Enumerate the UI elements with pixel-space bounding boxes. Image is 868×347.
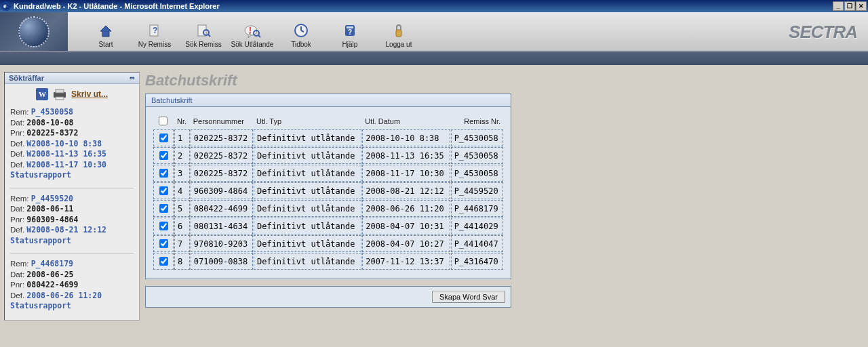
cell-remiss: P_4530058 (451, 147, 503, 164)
create-word-button[interactable]: Skapa Word Svar (432, 291, 505, 303)
toolbar-label: Logga ut (374, 41, 423, 48)
row-checkbox[interactable] (159, 169, 168, 178)
sidebar-toggle-icon[interactable]: ⇔ (130, 75, 135, 81)
cell-datum: 2008-11-17 10:30 (362, 165, 450, 182)
start-icon (81, 22, 130, 39)
def-link[interactable]: 2008-06-26 11:20 (26, 291, 102, 300)
new-referral-button[interactable]: ?Ny Remiss (130, 22, 179, 48)
col-pnr: Personnummer (191, 113, 253, 129)
sidebar: Sökträffar ⇔ W Skriv ut... Rem: P_453005… (4, 72, 140, 321)
svg-text:!: ! (249, 26, 252, 35)
table-row: 8071009-0838Definitivt utlåtande2007-11-… (153, 253, 503, 270)
toolbar-label: Sök Remiss (179, 41, 228, 48)
cell-nr: 6 (174, 218, 190, 234)
printer-icon (52, 88, 67, 100)
svg-line-8 (258, 35, 260, 37)
cell-pnr: 970810-9203 (191, 235, 253, 252)
logout-icon (374, 22, 423, 39)
def-link[interactable]: W2008-08-21 12:12 (26, 225, 106, 234)
def-link[interactable]: W2008-10-10 8:38 (26, 139, 102, 148)
def-link[interactable]: W2008-11-17 10:30 (26, 160, 106, 169)
status-report-link[interactable]: Statusrapport (10, 170, 71, 180)
logout-button[interactable]: Logga ut (374, 22, 423, 48)
restore-button[interactable]: ❐ (844, 1, 855, 11)
globe-logo-icon (18, 16, 50, 47)
table-row: 7970810-9203Definitivt utlåtande2008-04-… (153, 235, 503, 252)
cell-typ: Definitivt utlåtande (254, 200, 361, 217)
row-checkbox[interactable] (159, 257, 168, 266)
toolbar-label: Start (81, 41, 130, 48)
status-report-link[interactable]: Statusrapport (10, 236, 71, 245)
word-icon: W (36, 88, 48, 100)
cell-remiss: P_4530058 (451, 129, 503, 146)
cell-nr: 4 (174, 182, 190, 199)
cell-datum: 2008-04-07 10:31 (362, 218, 450, 234)
table-row: 6080131-4634Definitivt utlåtande2008-04-… (153, 218, 503, 234)
cell-nr: 8 (174, 253, 190, 270)
cell-typ: Definitivt utlåtande (254, 235, 361, 252)
sidebar-title: Sökträffar (9, 74, 44, 82)
cell-typ: Definitivt utlåtande (254, 182, 361, 199)
search-report-button[interactable]: !Sök Utlåtande (228, 22, 277, 48)
start-button[interactable]: Start (81, 22, 130, 48)
cell-pnr: 020225-8372 (191, 165, 253, 182)
cell-pnr: 020225-8372 (191, 129, 253, 146)
select-all-checkbox[interactable] (159, 117, 167, 125)
search-referral-button[interactable]: Sök Remiss (179, 22, 228, 48)
svg-text:W: W (39, 90, 46, 98)
toolbar-label: Tidbok (277, 41, 326, 48)
cell-nr: 7 (174, 235, 190, 252)
row-checkbox[interactable] (159, 186, 168, 195)
window-controls: _ ❐ ✕ (833, 1, 867, 11)
col-nr: Nr. (174, 113, 190, 129)
row-checkbox[interactable] (159, 134, 168, 142)
remiss-link[interactable]: P_4459520 (31, 194, 73, 203)
toolbar-label: Sök Utlåtande (228, 41, 277, 48)
svg-rect-20 (56, 97, 64, 100)
cell-nr: 5 (174, 200, 190, 217)
search-report-icon: ! (228, 22, 277, 39)
row-checkbox[interactable] (159, 239, 168, 248)
date-value: 2008-10-08 (26, 118, 73, 127)
minimize-button[interactable]: _ (833, 1, 844, 11)
cell-pnr: 071009-0838 (191, 253, 253, 270)
row-checkbox[interactable] (159, 222, 168, 230)
close-button[interactable]: ✕ (856, 1, 867, 11)
print-button[interactable]: W Skriv ut... (10, 88, 134, 100)
col-remiss: Remiss Nr. (451, 113, 503, 129)
sub-toolbar (0, 52, 868, 65)
row-checkbox[interactable] (159, 204, 168, 213)
toolbar-label: Ny Remiss (130, 41, 179, 48)
page-title: Batchutskrift (145, 72, 864, 89)
cell-pnr: 080131-4634 (191, 218, 253, 234)
sidebar-header: Sökträffar ⇔ (5, 73, 139, 84)
help-button[interactable]: ?Hjälp (326, 22, 374, 48)
cell-nr: 3 (174, 165, 190, 182)
svg-line-4 (208, 35, 210, 37)
window-titlebar: Kundrad/web - K2 - Utlåtande - Microsoft… (0, 0, 868, 12)
schedule-button[interactable]: Tidbok (277, 22, 326, 48)
cell-typ: Definitivt utlåtande (254, 218, 361, 234)
new-referral-icon: ? (130, 22, 179, 39)
pnr-value: 020225-8372 (26, 128, 78, 138)
cell-datum: 2008-06-26 11:20 (362, 200, 450, 217)
app-toolbar: Start?Ny RemissSök Remiss!Sök UtlåtandeT… (0, 12, 868, 52)
row-checkbox[interactable] (159, 151, 168, 160)
cell-datum: 2008-10-10 8:38 (362, 129, 450, 146)
svg-rect-15 (396, 30, 401, 37)
cell-typ: Definitivt utlåtande (254, 253, 361, 270)
col-datum: Utl. Datum (362, 113, 450, 129)
status-report-link[interactable]: Statusrapport (10, 301, 71, 310)
cell-pnr: 960309-4864 (191, 182, 253, 199)
sidebar-referral-block: Rem: P_4468179Dat: 2008-06-25Pnr: 080422… (10, 253, 134, 312)
cell-typ: Definitivt utlåtande (254, 165, 361, 182)
schedule-icon (277, 22, 326, 39)
remiss-link[interactable]: P_4468179 (31, 259, 73, 268)
help-icon: ? (326, 22, 374, 39)
def-link[interactable]: W2008-11-13 16:35 (26, 149, 106, 159)
cell-remiss: P_4414029 (451, 218, 503, 234)
pnr-value: 960309-4864 (26, 215, 78, 224)
svg-text:?: ? (348, 28, 352, 36)
brand-logo: SECTRA (789, 23, 868, 41)
remiss-link[interactable]: P_4530058 (31, 107, 73, 117)
